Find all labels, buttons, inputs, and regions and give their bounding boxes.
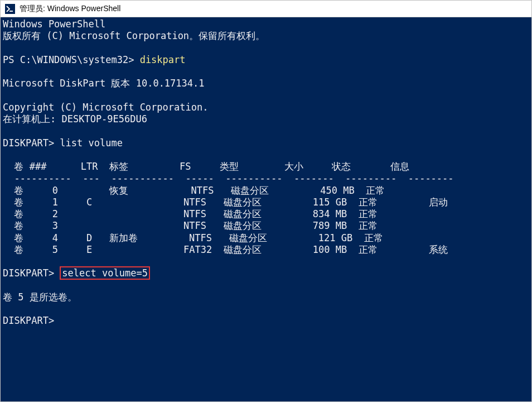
prompt-path: PS C:\WINDOWS\system32> bbox=[3, 54, 140, 65]
prompt-prefix: DISKPART> bbox=[3, 267, 60, 279]
computer-line: 在计算机上: DESKTOP-9E56DU6 bbox=[3, 113, 147, 125]
diskpart-version: Microsoft DiskPart 版本 10.0.17134.1 bbox=[3, 78, 205, 89]
terminal-line: Windows PowerShell bbox=[3, 18, 105, 30]
prompt-list-volume: DISKPART> list volume bbox=[3, 137, 123, 149]
table-row: 卷 1 C NTFS 磁盘分区 115 GB 正常 启动 bbox=[3, 197, 448, 208]
table-row: 卷 2 NTFS 磁盘分区 834 MB 正常 bbox=[3, 208, 378, 219]
table-divider: ---------- --- ----------- ----- -------… bbox=[3, 173, 454, 184]
table-header: 卷 ### LTR 标签 FS 类型 大小 状态 信息 bbox=[3, 161, 409, 172]
window-title: 管理员: Windows PowerShell bbox=[20, 4, 120, 14]
titlebar[interactable]: 管理员: Windows PowerShell bbox=[1, 1, 531, 17]
powershell-window: 管理员: Windows PowerShell Windows PowerShe… bbox=[0, 0, 532, 402]
table-row: 卷 4 D 新加卷 NTFS 磁盘分区 121 GB 正常 bbox=[3, 232, 383, 243]
table-row: 卷 3 NTFS 磁盘分区 789 MB 正常 bbox=[3, 220, 378, 231]
copyright-line: Copyright (C) Microsoft Corporation. bbox=[3, 102, 208, 113]
terminal-line: 版权所有 (C) Microsoft Corporation。保留所有权利。 bbox=[3, 30, 265, 41]
selected-message: 卷 5 是所选卷。 bbox=[3, 291, 77, 303]
table-row: 卷 0 恢复 NTFS 磁盘分区 450 MB 正常 bbox=[3, 185, 385, 196]
powershell-icon bbox=[5, 4, 15, 14]
command-diskpart: diskpart bbox=[140, 54, 186, 65]
prompt-empty: DISKPART> bbox=[3, 315, 54, 326]
table-row: 卷 5 E FAT32 磁盘分区 100 MB 正常 系统 bbox=[3, 244, 448, 255]
command-select-volume: select volume=5 bbox=[60, 266, 150, 280]
terminal-area[interactable]: Windows PowerShell 版权所有 (C) Microsoft Co… bbox=[1, 17, 531, 401]
